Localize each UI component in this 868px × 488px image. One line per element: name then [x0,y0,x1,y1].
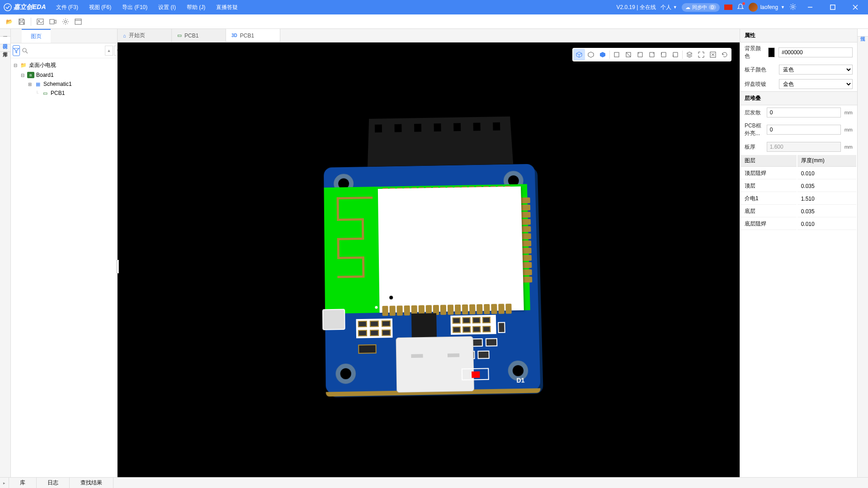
left-tab-sheets[interactable]: 图页 [22,29,51,43]
view-wireframe-button[interactable] [585,49,597,61]
view-back-button[interactable] [623,49,634,61]
layer-name: 底层 [741,206,797,217]
tree-project[interactable]: ⊟ 📁 桌面小电视 [11,60,117,70]
flag-icon[interactable] [724,5,732,10]
menu-export[interactable]: 导出 (F10) [118,2,152,13]
menu-settings[interactable]: 设置 (I) [154,2,180,13]
layer-row[interactable]: 底层0.035 [741,206,856,217]
tree-toggle-icon[interactable]: ⊟ [13,63,18,68]
3d-viewport[interactable]: C11 D1 [118,42,740,477]
view-iso-button[interactable] [573,49,585,61]
bottom-bar: ▸ 库 日志 查找结果 [0,477,868,488]
center-area: ⌂ 开始页 ▭ PCB1 3D PCB1 [118,29,740,477]
pcb-icon: ▭ [42,90,49,96]
bottom-tab-log[interactable]: 日志 [37,478,70,488]
view-solid-button[interactable] [597,49,609,61]
tree-schematic[interactable]: ⊞ ▦ Schematic1 [11,80,117,89]
tree-pcb[interactable]: └ ▭ PCB1 [11,89,117,98]
silkscreen-c11: C11 [510,283,522,290]
filter-button[interactable] [13,45,20,56]
titlebar-right: V2.0.19 | 全在线 个人 ▼ ☁ 同步中 0 laofeng ▼ [617,0,865,14]
notifications-button[interactable] [737,3,744,12]
layer-expand-input[interactable] [767,108,841,117]
tree-board[interactable]: ⊟ B Board1 [11,70,117,80]
vtab-project-design[interactable]: 工程设计 [0,37,10,44]
titlebar: 嘉立创EDA 文件 (F3) 视图 (F6) 导出 (F10) 设置 (I) 帮… [0,0,868,14]
bottom-tab-lib[interactable]: 库 [9,478,37,488]
layer-name: 底层阻焊 [741,218,797,230]
image-tool-button[interactable] [35,16,46,27]
user-menu[interactable]: laofeng ▼ [749,3,785,12]
thickness-label: 板厚 [745,143,763,151]
view-front-button[interactable] [611,49,623,61]
open-folder-button[interactable]: 📂 [4,16,14,27]
pcb-outline-input[interactable] [767,125,841,135]
left-panel: 图页 ▲ ▼ ⊟ 📁 桌面小电视 ⊟ B Board1 [11,29,118,477]
app-logo: 嘉立创EDA [4,3,46,11]
minimize-button[interactable] [801,0,819,14]
gear-tool-button[interactable] [60,16,71,27]
unit-label: mm [844,144,853,150]
vtab-common-lib[interactable]: 常用库 [0,44,10,52]
3d-icon: 3D [231,33,237,38]
fit-button[interactable] [707,49,719,61]
svg-rect-14 [614,52,619,57]
fullscreen-button[interactable] [695,49,707,61]
logo-text: 嘉立创EDA [14,3,46,11]
settings-gear-icon[interactable] [789,3,797,12]
view-top-button[interactable] [658,49,670,61]
tree-toggle-icon[interactable]: ⊞ [27,82,33,87]
bg-color-swatch[interactable] [768,47,775,57]
menu-file[interactable]: 文件 (F3) [52,2,83,13]
tree-search-input[interactable] [30,46,103,56]
search-button[interactable] [22,45,28,56]
pcb-3d-model: C11 D1 [314,115,545,408]
sync-count: 0 [709,5,716,10]
menu-help[interactable]: 帮助 (J) [182,2,210,13]
bottom-collapse-button[interactable]: ▸ [0,478,9,488]
save-button[interactable] [16,16,27,27]
chevron-down-icon: ▼ [781,5,785,9]
workspace-selector[interactable]: 个人 ▼ [660,4,677,11]
usb-connector [396,336,475,393]
svg-point-9 [65,20,67,23]
sync-badge[interactable]: ☁ 同步中 0 [682,3,720,12]
tab-pcb-3d[interactable]: 3D PCB1 [226,29,280,42]
svg-point-7 [38,20,40,21]
prop-thickness: 板厚 mm [740,140,857,154]
pad-spray-select[interactable]: 金色 [779,79,853,89]
svg-rect-10 [75,19,81,24]
vtab-properties[interactable]: 属性 [858,29,868,37]
svg-line-16 [626,52,631,57]
nav-up-button[interactable]: ▲ [105,46,113,56]
version-status: V2.0.19 | 全在线 [617,4,656,11]
layer-row[interactable]: 底层阻焊0.010 [741,218,856,230]
bottom-tab-find[interactable]: 查找结果 [70,478,113,488]
video-tool-button[interactable] [47,16,58,27]
sync-label: 同步中 [692,4,707,11]
board-color-select[interactable]: 蓝色 [779,65,853,75]
view-right-button[interactable] [646,49,658,61]
view-left-button[interactable] [634,49,646,61]
refresh-button[interactable] [719,49,731,61]
panel-resize-handle[interactable] [116,260,119,273]
folder-icon: 📁 [20,62,27,69]
menu-view[interactable]: 视图 (F6) [85,2,116,13]
layer-row[interactable]: 顶层0.035 [741,180,856,192]
menu-live[interactable]: 直播答疑 [212,2,242,13]
tab-pcb3d-label: PCB1 [240,33,254,39]
tree-toggle-icon[interactable]: ⊟ [20,73,25,78]
tab-start-page[interactable]: ⌂ 开始页 [118,29,172,42]
layers-button[interactable] [684,49,695,61]
layer-row[interactable]: 顶层阻焊0.010 [741,168,856,179]
layer-thickness: 1.510 [797,193,856,205]
vtab-all-projects[interactable]: 所有工程 [0,29,10,37]
view-bottom-button[interactable] [670,49,681,61]
layer-row[interactable]: 介电11.510 [741,193,856,205]
maximize-button[interactable] [824,0,842,14]
close-button[interactable] [846,0,864,14]
tab-pcb-2d[interactable]: ▭ PCB1 [172,29,226,42]
prop-bg-color: 背景颜色 [740,42,857,62]
panel-tool-button[interactable] [73,16,84,27]
bg-color-input[interactable] [778,47,853,57]
